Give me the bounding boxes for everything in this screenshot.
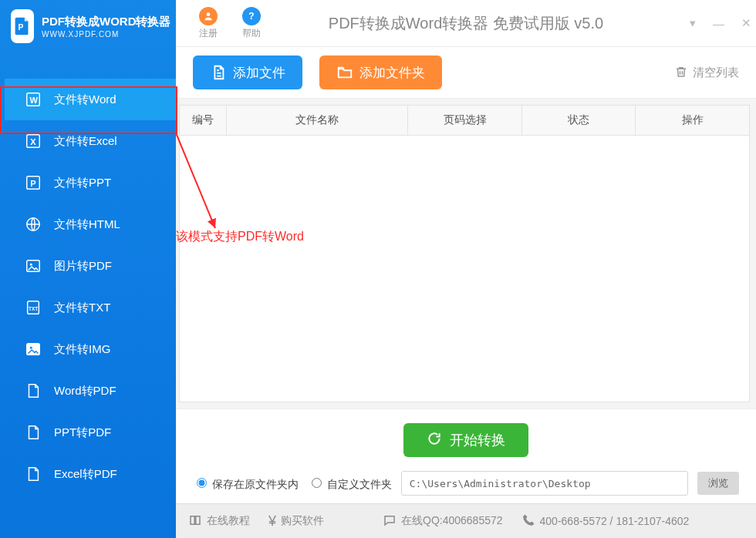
phone-icon [521,513,535,530]
save-location-row: 保存在原文件夹内 自定义文件夹 浏览 [193,471,739,496]
brand-logo-icon: P [11,9,34,43]
file-icon [210,64,227,81]
browse-button[interactable]: 浏览 [697,472,739,495]
col-action: 操作 [636,106,749,135]
col-status: 状态 [522,106,636,135]
add-file-button[interactable]: 添加文件 [193,55,302,89]
sidebar-item-label: 文件转HTML [54,217,120,232]
save-custom-radio[interactable]: 自定义文件夹 [308,476,392,492]
sidebar-item-excel-to-pdf[interactable]: Excel转PDF [5,453,176,495]
svg-text:P: P [30,179,35,188]
toolbar: 添加文件 添加文件夹 清空列表 [176,47,756,99]
pdf-icon [25,466,42,483]
sidebar-item-ppt-to-pdf[interactable]: PPT转PDF [5,412,176,453]
status-phone[interactable]: 400-668-5572 / 181-2107-4602 [521,513,690,530]
sidebar-item-label: 文件转TXT [54,301,110,315]
status-bar: 在线教程 ¥ 购买软件 在线QQ:4006685572 400-668-5572… [176,503,756,538]
svg-text:P: P [18,23,23,32]
sidebar-item-to-excel[interactable]: X 文件转Excel [5,120,176,162]
add-folder-button[interactable]: 添加文件夹 [319,55,442,89]
sidebar-item-label: 文件转Word [54,92,116,107]
chat-icon [383,513,397,530]
col-pages: 页码选择 [408,106,522,135]
help-icon: ? [242,7,261,25]
title-bar: 注册 ? 帮助 PDF转换成Word转换器 免费试用版 v5.0 ▾ — ✕ [176,0,756,47]
html-icon [25,216,42,233]
sidebar-item-word-to-pdf[interactable]: Word转PDF [5,370,176,412]
sidebar-item-label: 文件转IMG [54,342,110,357]
file-table: 编号 文件名称 页码选择 状态 操作 [179,105,750,402]
word-icon: W [25,91,42,108]
sidebar-item-to-img[interactable]: 文件转IMG [5,328,176,370]
excel-icon: X [25,133,42,150]
svg-text:TXT: TXT [29,306,38,311]
window-controls: ▾ — ✕ [690,0,751,46]
svg-text:W: W [29,96,38,105]
svg-point-13 [30,347,32,349]
pdf-icon [25,382,42,399]
sidebar-item-to-html[interactable]: 文件转HTML [5,203,176,245]
txt-icon: TXT [25,299,42,316]
table-header: 编号 文件名称 页码选择 状态 操作 [180,106,749,136]
table-body-empty [180,136,749,402]
pdf-icon [25,424,42,441]
ppt-icon: P [25,174,42,191]
status-tutorial-link[interactable]: 在线教程 [188,513,250,530]
book-icon [188,513,202,530]
sidebar-item-to-ppt[interactable]: P 文件转PPT [5,162,176,203]
brand-title: PDF转换成WORD转换器 [42,15,171,29]
svg-point-14 [207,12,211,16]
sidebar-item-label: Excel转PDF [54,467,117,482]
help-button[interactable]: ? 帮助 [230,7,273,40]
status-buy-link[interactable]: ¥ 购买软件 [268,513,324,530]
bottom-panel: 开始转换 保存在原文件夹内 自定义文件夹 浏览 [176,409,756,503]
sidebar-item-to-txt[interactable]: TXT 文件转TXT [5,287,176,328]
window-menu-icon[interactable]: ▾ [690,16,696,30]
refresh-icon [427,431,442,450]
app-window: P PDF转换成WORD转换器 WWW.XJPDF.COM W 文件转Word … [0,0,756,538]
status-qq[interactable]: 在线QQ:4006685572 [383,513,503,530]
save-path-input[interactable] [401,471,688,496]
user-icon [199,7,218,25]
folder-icon [336,64,353,81]
image-icon [25,257,42,274]
brand-block: P PDF转换成WORD转换器 WWW.XJPDF.COM [0,0,176,49]
sidebar-item-label: 文件转PPT [54,176,111,190]
minimize-icon[interactable]: — [713,17,724,30]
brand-url: WWW.XJPDF.COM [42,30,171,39]
col-index: 编号 [180,106,227,135]
svg-point-9 [30,264,32,266]
main-pane: 注册 ? 帮助 PDF转换成Word转换器 免费试用版 v5.0 ▾ — ✕ 添… [176,0,756,538]
sidebar-nav: W 文件转Word X 文件转Excel P 文件转PPT 文件转HTML 图片… [0,79,176,495]
sidebar-item-to-word[interactable]: W 文件转Word [5,79,176,120]
register-button[interactable]: 注册 [187,7,230,40]
col-name: 文件名称 [227,106,408,135]
sidebar-item-img-to-pdf[interactable]: 图片转PDF [5,245,176,287]
start-convert-button[interactable]: 开始转换 [403,423,528,457]
save-source-radio[interactable]: 保存在原文件夹内 [193,476,299,492]
svg-text:X: X [30,137,36,146]
clear-list-button[interactable]: 清空列表 [674,65,739,81]
sidebar-item-label: Word转PDF [54,384,116,398]
sidebar-item-label: 图片转PDF [54,259,112,274]
close-icon[interactable]: ✕ [741,16,751,30]
sidebar-item-label: 文件转Excel [54,134,117,149]
img-icon [25,341,42,358]
sidebar: P PDF转换成WORD转换器 WWW.XJPDF.COM W 文件转Word … [0,0,176,538]
sidebar-item-label: PPT转PDF [54,425,111,440]
price-icon: ¥ [268,513,276,530]
trash-icon [674,65,688,81]
